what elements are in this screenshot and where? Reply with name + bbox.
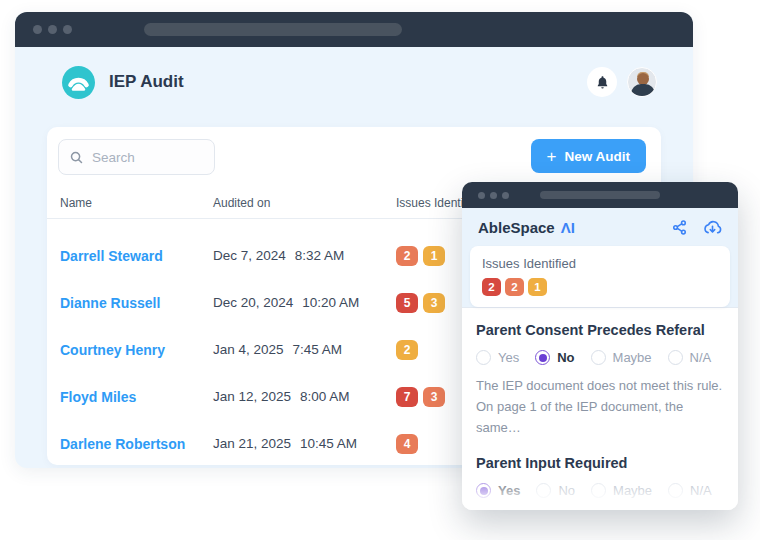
issue-count-badge: 3 [423,387,445,407]
radio-label: Maybe [613,483,652,498]
window-dot-icon[interactable] [478,192,485,199]
audited-on-cell: Jan 12, 20258:00 AM [213,389,396,404]
radio-option-no[interactable]: No [535,350,574,365]
radio-button-icon[interactable] [591,483,606,498]
issue-count-badge: 2 [505,278,524,296]
notifications-button[interactable] [587,67,617,97]
issue-count-badge: 5 [396,293,418,313]
note-line: On page 1 of the IEP document, the same… [476,396,724,438]
window-dot-icon[interactable] [48,25,57,34]
radio-label: Yes [498,483,520,498]
brand-name: AbleSpace [478,219,555,236]
question-note: The IEP document does not meet this rule… [476,508,724,510]
issue-count-badge: 2 [396,340,418,360]
window-dot-icon[interactable] [502,192,509,199]
audited-on-cell: Jan 4, 20257:45 AM [213,342,396,357]
radio-label: No [557,350,574,365]
audit-time: 7:45 AM [293,342,343,357]
radio-label: N/A [690,350,712,365]
radio-option-na[interactable]: N/A [668,350,712,365]
audit-time: 8:00 AM [300,389,350,404]
column-header-name: Name [60,196,213,210]
issues-badges: 221 [482,278,718,296]
audit-time: 10:20 AM [302,295,359,310]
url-bar[interactable] [144,23,402,36]
issue-count-badge: 1 [423,246,445,266]
radio-option-maybe[interactable]: Maybe [591,350,652,365]
app-header: IEP Audit [15,47,693,117]
audit-date: Jan 4, 2025 [213,342,284,357]
radio-group: YesNoMaybeN/A [476,483,724,498]
url-bar[interactable] [540,191,660,199]
panel-questions: Parent Consent Precedes Referal YesNoMay… [462,308,738,510]
column-header-audited: Audited on [213,196,396,210]
student-name-link[interactable]: Darlene Robertson [60,436,213,452]
search-box[interactable] [58,139,215,175]
search-input[interactable] [92,150,204,165]
issue-count-badge: 2 [482,278,501,296]
issue-count-badge: 7 [396,387,418,407]
plus-icon: + [547,148,557,165]
question-title: Parent Input Required [476,455,724,471]
student-name-link[interactable]: Dianne Russell [60,295,213,311]
new-audit-label: New Audit [565,149,631,164]
user-avatar[interactable] [627,67,657,97]
radio-button-icon[interactable] [476,483,491,498]
issue-count-badge: 2 [396,246,418,266]
radio-option-maybe[interactable]: Maybe [591,483,652,498]
page-title: IEP Audit [109,72,184,92]
student-name-link[interactable]: Darrell Steward [60,248,213,264]
note-line: The IEP document does not meet this rule… [476,375,724,396]
audit-time: 8:32 AM [295,248,345,263]
radio-option-yes[interactable]: Yes [476,483,520,498]
main-window-titlebar [15,12,693,47]
cloud-arrow-down-icon[interactable] [703,219,722,236]
student-name-link[interactable]: Courtney Henry [60,342,213,358]
radio-button-icon[interactable] [668,350,683,365]
audit-date: Jan 21, 2025 [213,436,291,451]
radio-label: Maybe [613,350,652,365]
share-nodes-icon[interactable] [671,219,688,236]
audited-on-cell: Jan 21, 202510:45 AM [213,436,396,451]
audit-time: 10:45 AM [300,436,357,451]
window-dot-icon[interactable] [63,25,72,34]
radio-option-yes[interactable]: Yes [476,350,519,365]
audited-on-cell: Dec 7, 20248:32 AM [213,248,396,263]
new-audit-button[interactable]: + New Audit [531,139,646,173]
audit-question: Parent Consent Precedes Referal YesNoMay… [476,322,724,438]
window-control-dots[interactable] [33,25,72,34]
ablespace-ai-panel: AbleSpace ΛI [462,182,738,510]
window-dot-icon[interactable] [33,25,42,34]
radio-option-no[interactable]: No [536,483,575,498]
audit-date: Dec 20, 2024 [213,295,293,310]
audit-date: Jan 12, 2025 [213,389,291,404]
radio-button-icon[interactable] [668,483,683,498]
panel-header-section: AbleSpace ΛI [462,208,738,308]
question-note: The IEP document does not meet this rule… [476,375,724,438]
issue-count-badge: 1 [528,278,547,296]
audited-on-cell: Dec 20, 202410:20 AM [213,295,396,310]
radio-button-icon[interactable] [591,350,606,365]
radio-label: No [558,483,575,498]
note-line: The IEP document does not meet this rule… [476,508,724,510]
brand-row: AbleSpace ΛI [470,208,730,246]
window-dot-icon[interactable] [490,192,497,199]
issues-identified-card: Issues Identified 221 [470,246,730,307]
issue-count-badge: 4 [396,434,418,454]
issue-count-badge: 3 [423,293,445,313]
audit-date: Dec 7, 2024 [213,248,286,263]
student-name-link[interactable]: Floyd Miles [60,389,213,405]
radio-button-icon[interactable] [536,483,551,498]
radio-option-na[interactable]: N/A [668,483,712,498]
radio-button-icon[interactable] [535,350,550,365]
page: IEP Audit [0,0,760,540]
radio-label: Yes [498,350,519,365]
audit-question: Parent Input Required YesNoMaybeN/A The … [476,455,724,510]
ablespace-logo-icon [62,66,95,99]
radio-label: N/A [690,483,712,498]
bell-icon [595,75,610,90]
issues-identified-label: Issues Identified [482,256,718,271]
panel-titlebar [462,182,738,208]
radio-button-icon[interactable] [476,350,491,365]
window-control-dots[interactable] [478,192,509,199]
